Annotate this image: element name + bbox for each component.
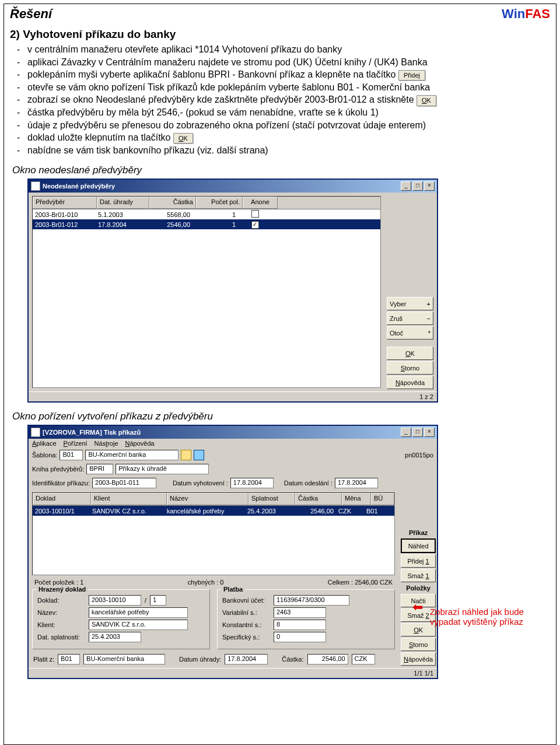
platitz-code-input[interactable]: B01 bbox=[58, 654, 80, 664]
platitz-label: Platit z: bbox=[33, 656, 54, 663]
maximize-button[interactable]: □ bbox=[412, 428, 423, 437]
mena-input[interactable]: CZK bbox=[352, 654, 375, 664]
menu-napoveda[interactable]: Nápověda bbox=[125, 440, 155, 447]
status-text-2: 1/1 1/1 bbox=[414, 670, 433, 677]
vyber-button[interactable]: Vyber+ bbox=[387, 297, 433, 310]
ks-input[interactable]: 8 bbox=[274, 620, 326, 630]
napoveda-button-2[interactable]: Nápověda bbox=[401, 652, 436, 666]
col-pocet-pol[interactable]: Počet pol. bbox=[196, 197, 243, 209]
callout-arrow-icon: ⬅ bbox=[412, 600, 423, 615]
chybnych-label: chybných : bbox=[188, 579, 219, 586]
menu-porizeni[interactable]: Pořízení bbox=[64, 440, 88, 447]
grid-row[interactable]: 2003-Br01-010 5.1.2003 5568,00 1 bbox=[33, 209, 380, 219]
step-3: poklepáním myši vyberte aplikační šablon… bbox=[10, 68, 550, 81]
nahled-button[interactable]: Náhled bbox=[401, 538, 436, 553]
datum-vyhot-label: Datum vyhotovení : bbox=[173, 480, 228, 487]
menu-aplikace[interactable]: Aplikace bbox=[32, 440, 57, 447]
window-tisk-prikazu: [VZOROVA_FIRMA] Tisk příkazů _ □ × Aplik… bbox=[27, 425, 438, 679]
grid-row-selected-2[interactable]: 2003-10010/1 SANDVIK CZ s.r.o. kancelářs… bbox=[33, 506, 394, 516]
predvybery-grid[interactable]: Předvýběr Dat. úhrady Částka Počet pol. … bbox=[32, 196, 381, 388]
minimize-button[interactable]: _ bbox=[401, 428, 411, 437]
app-icon bbox=[31, 181, 40, 191]
maximize-button[interactable]: □ bbox=[412, 181, 423, 191]
col-bu[interactable]: BÚ bbox=[371, 493, 394, 505]
datum-uhrady-input[interactable]: 17.8.2004 bbox=[225, 654, 268, 664]
col-mena[interactable]: Měna bbox=[342, 493, 371, 505]
sablona-label: Šablona: bbox=[32, 452, 57, 459]
page-title: Řešení bbox=[10, 6, 52, 22]
grid-row-selected[interactable]: 2003-Br01-012 17.8.2004 2546,00 1 ✓ bbox=[33, 219, 380, 229]
steps-list: v centrálním manažeru otevřete aplikaci … bbox=[10, 43, 550, 156]
col-anone[interactable]: Anone bbox=[243, 197, 278, 209]
form-id-label: pn0015po bbox=[405, 452, 433, 459]
dat-splat-input[interactable]: 25.4.2003 bbox=[89, 632, 141, 642]
castka-label: Částka: bbox=[282, 656, 303, 663]
smaz1-button[interactable]: Smaž 1 bbox=[401, 569, 436, 582]
datum-vyhot-input[interactable]: 17.8.2004 bbox=[230, 478, 274, 488]
storno-button[interactable]: Storno bbox=[387, 361, 433, 375]
klient-input[interactable]: SANDVIK CZ s.r.o. bbox=[89, 620, 188, 630]
window-neodeslane-predvybery: Neodeslané předvýběry _ □ × Předvýběr Da… bbox=[27, 179, 438, 403]
col-klient[interactable]: Klient bbox=[91, 493, 167, 505]
datum-odesl-label: Datum odeslání : bbox=[284, 480, 332, 487]
app-icon bbox=[31, 428, 40, 437]
step-8: doklad uložte klepnutím na tlačítko OK bbox=[10, 131, 550, 144]
ok-button[interactable]: OK bbox=[387, 347, 433, 360]
fieldset-platba: Platba Bankovní účet:116396473/0300 Vari… bbox=[217, 589, 395, 649]
col-doklad[interactable]: Doklad bbox=[33, 493, 91, 505]
doklad-input[interactable]: 2003-10010 bbox=[89, 595, 141, 606]
datum-uhrady-label: Datum úhrady: bbox=[179, 656, 221, 663]
col-castka2[interactable]: Částka bbox=[295, 493, 342, 505]
step-9: nabídne se vám tisk bankovního příkazu (… bbox=[10, 144, 550, 157]
close-button[interactable]: × bbox=[424, 428, 435, 437]
pridej1-button[interactable]: Přidej 1 bbox=[401, 554, 436, 568]
anone-checkbox[interactable] bbox=[251, 210, 259, 218]
side-group-prikaz: Příkaz bbox=[401, 528, 436, 537]
col-castka[interactable]: Částka bbox=[149, 197, 196, 209]
zrus-button[interactable]: Zruš− bbox=[387, 312, 433, 325]
doklad-sub-input[interactable]: 1 bbox=[150, 595, 166, 606]
napoveda-button[interactable]: Nápověda bbox=[387, 376, 433, 389]
storno-button-2[interactable]: Storno bbox=[401, 638, 436, 651]
ident-input[interactable]: 2003-Bp01-011 bbox=[92, 478, 156, 488]
step-4: otevře se vám okno pořízení Tisk příkazů… bbox=[10, 81, 550, 94]
kniha-code-input[interactable]: BPRI bbox=[86, 464, 113, 474]
col-dat-uhrady[interactable]: Dat. úhrady bbox=[97, 197, 149, 209]
col-nazev[interactable]: Název bbox=[167, 493, 249, 505]
bankovni-ucet-input[interactable]: 116396473/0300 bbox=[274, 595, 349, 606]
open-icon[interactable] bbox=[181, 450, 191, 460]
window-title-2: [VZOROVA_FIRMA] Tisk příkazů bbox=[43, 429, 400, 436]
celkem-label: Celkem : bbox=[328, 579, 353, 586]
ok-button-inline-2[interactable]: OK bbox=[173, 133, 193, 144]
anone-checkbox-checked[interactable]: ✓ bbox=[251, 221, 259, 229]
menu-nastroje[interactable]: Nástroje bbox=[94, 440, 118, 447]
minimize-button[interactable]: _ bbox=[401, 181, 411, 191]
pridej-button-inline[interactable]: Přidej bbox=[398, 70, 425, 81]
sablona-code-input[interactable]: B01 bbox=[60, 450, 83, 460]
polozky-grid[interactable]: Doklad Klient Název Splatnost Částka Měn… bbox=[32, 492, 395, 575]
nazev-input[interactable]: kancelářské potřeby bbox=[89, 607, 188, 618]
ok-button-inline-1[interactable]: OOKK bbox=[416, 95, 436, 106]
col-predvyber[interactable]: Předvýběr bbox=[33, 197, 97, 209]
sablona-name-input[interactable]: BU-Komerční banka bbox=[85, 450, 178, 460]
datum-odesl-input[interactable]: 17.8.2004 bbox=[335, 478, 378, 488]
castka-input[interactable]: 2546,00 bbox=[307, 654, 348, 664]
ss-input[interactable]: 0 bbox=[274, 632, 326, 642]
gallery-icon[interactable] bbox=[194, 450, 204, 460]
status-text: 1 z 2 bbox=[419, 393, 433, 400]
window-title: Neodeslané předvýběry bbox=[43, 183, 400, 190]
kniha-name-input[interactable]: Příkazy k úhradě bbox=[116, 464, 209, 474]
vs-input[interactable]: 2463 bbox=[274, 607, 326, 618]
side-group-polozky: Položky bbox=[401, 583, 436, 593]
platitz-name-input[interactable]: BU-Komerční banka bbox=[83, 654, 165, 664]
step-2: aplikaci Závazky v Centrálním manažeru n… bbox=[10, 56, 550, 69]
otoc-button[interactable]: Otoč* bbox=[387, 326, 433, 340]
caption-window-2: Okno pořízení vytvoření příkazu z předvý… bbox=[12, 411, 550, 422]
close-button[interactable]: × bbox=[424, 181, 435, 191]
kniha-label: Kniha předvýběrů: bbox=[32, 466, 84, 473]
fieldset-hrazeny-doklad: Hrazený doklad Doklad:2003-10010/1 Název… bbox=[32, 589, 210, 649]
col-splatnost[interactable]: Splatnost bbox=[249, 493, 295, 505]
callout-text: Zobrazí náhled jak bude vypadat vytištěn… bbox=[430, 607, 552, 627]
caption-window-1: Okno neodeslané předvýběry bbox=[12, 165, 550, 176]
ident-label: Identifikátor příkazu: bbox=[32, 480, 90, 487]
